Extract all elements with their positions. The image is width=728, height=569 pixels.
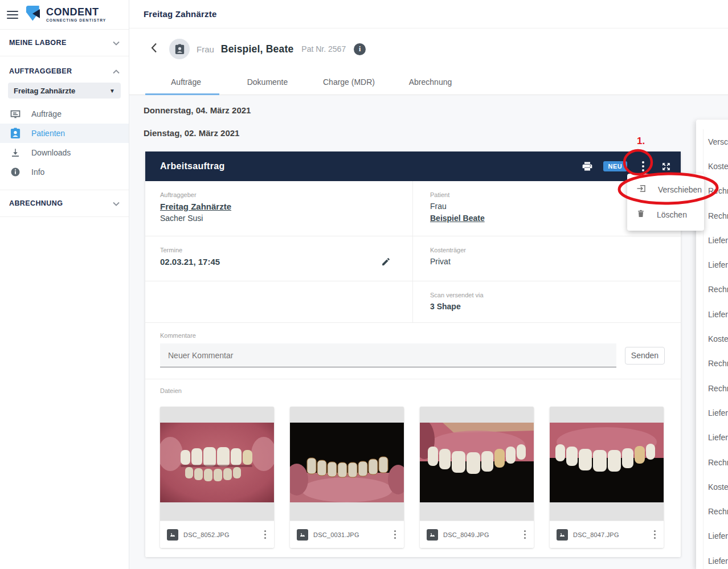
payer-value: Privat: [430, 257, 669, 266]
sidebar-section-auftraggeber[interactable]: AUFTRAGGEBER: [0, 56, 129, 80]
send-button[interactable]: Senden: [625, 347, 665, 365]
file-menu-icon[interactable]: [262, 528, 269, 542]
comments-section: Kommentare Senden: [145, 323, 681, 379]
document-list-item[interactable]: Versch: [704, 129, 728, 154]
document-list-item[interactable]: Liefers: [704, 425, 728, 450]
menu-icon[interactable]: [7, 11, 18, 19]
sidebar-item-label: Aufträge: [31, 109, 62, 118]
fullscreen-icon[interactable]: [659, 159, 673, 173]
patient-header: Frau Beispiel, Beate Pat Nr. 2567 i: [129, 28, 728, 69]
patient-icon: [10, 128, 21, 139]
file-card[interactable]: DSC_8052.JPG: [160, 407, 274, 548]
document-list-item[interactable]: Kosten: [704, 326, 728, 351]
tab-label: Dokumente: [247, 77, 288, 87]
scan-value: 3 Shape: [430, 302, 669, 311]
more-vert-icon[interactable]: [636, 159, 650, 173]
file-footer: DSC_8049.JPG: [420, 521, 534, 548]
sidebar-item-patienten[interactable]: Patienten: [0, 124, 129, 143]
client-cell: Auftraggeber Freitag Zahnärzte Sacher Su…: [145, 181, 412, 236]
edit-icon[interactable]: [381, 257, 391, 269]
comments-label: Kommentare: [160, 332, 665, 339]
file-name: DSC_0031.JPG: [313, 531, 392, 538]
client-practice-link[interactable]: Freitag Zahnärzte: [160, 202, 231, 211]
sidebar: CONDENT CONNECTING DENTISTRY MEINE LABOR…: [0, 0, 129, 569]
empty-cell: [145, 281, 412, 323]
patient-name-link[interactable]: Beispiel Beate: [430, 214, 485, 223]
file-card[interactable]: DSC_8047.JPG: [550, 407, 664, 548]
work-order-title: Arbeitsauftrag: [160, 161, 571, 171]
document-list-item[interactable]: Rechn: [704, 203, 728, 228]
file-menu-icon[interactable]: [652, 528, 659, 542]
menu-item-verschieben[interactable]: Verschieben: [627, 177, 704, 202]
tab-abrechnung[interactable]: Abrechnung: [390, 69, 471, 95]
files-label: Dateien: [160, 387, 665, 394]
document-list-item[interactable]: Rechn: [704, 450, 728, 474]
file-card[interactable]: DSC_8049.JPG: [420, 407, 534, 548]
file-menu-icon[interactable]: [522, 528, 529, 542]
tab-auftraege[interactable]: Aufträge: [145, 69, 227, 95]
scan-cell: Scan versendet via 3 Shape: [412, 281, 681, 323]
payer-cell: Kostenträger Privat: [412, 236, 681, 281]
file-card[interactable]: DSC_0031.JPG: [290, 407, 404, 548]
patient-info-icon[interactable]: i: [354, 43, 366, 55]
menu-item-label: Löschen: [657, 210, 687, 219]
field-label: Scan versendet via: [430, 292, 669, 298]
file-thumbnail: [550, 407, 664, 521]
work-order-card: Arbeitsauftrag NEU Auftraggeber Freitag …: [145, 152, 681, 557]
patient-salutation: Frau: [197, 44, 214, 54]
status-badge: NEU: [603, 161, 627, 171]
sidebar-section-meine-labore[interactable]: MEINE LABORE: [0, 30, 129, 56]
document-list-item[interactable]: Rechn: [704, 499, 728, 523]
sidebar-item-label: Info: [31, 167, 44, 177]
image-file-icon: [167, 529, 178, 541]
printer-icon[interactable]: [580, 159, 594, 173]
sidebar-item-downloads[interactable]: Downloads: [0, 143, 129, 162]
work-order-header: Arbeitsauftrag NEU: [145, 152, 681, 181]
delete-icon: [636, 208, 645, 221]
file-footer: DSC_8047.JPG: [550, 521, 664, 548]
appointment-value: 02.03.21, 17:45: [160, 257, 381, 267]
tab-dokumente[interactable]: Dokumente: [227, 69, 308, 95]
lab-select-value: Freitag Zahnärzte: [14, 87, 75, 95]
file-name: DSC_8049.JPG: [443, 531, 522, 538]
download-icon: [10, 147, 21, 158]
brand-name: CONDENT: [46, 7, 106, 17]
back-icon[interactable]: [151, 43, 163, 56]
avatar-badge-icon: [175, 44, 185, 55]
document-list-item[interactable]: Liefers: [704, 400, 728, 425]
document-list-item[interactable]: Kosten: [704, 154, 728, 178]
brand-tagline: CONNECTING DENTISTRY: [46, 18, 106, 22]
menu-item-loeschen[interactable]: Löschen: [627, 202, 704, 227]
comment-input[interactable]: [160, 343, 616, 367]
image-file-icon: [427, 529, 438, 541]
document-list-item[interactable]: Liefers: [704, 548, 728, 569]
sidebar-item-info[interactable]: Info: [0, 162, 129, 182]
lab-select[interactable]: Freitag Zahnärzte ▼: [8, 83, 121, 99]
sidebar-header: CONDENT CONNECTING DENTISTRY: [0, 0, 129, 30]
main-area: Freitag Zahnärzte Frau Beispiel, Beate P…: [129, 0, 728, 569]
move-icon: [636, 183, 647, 196]
dropdown-caret-icon: ▼: [109, 88, 115, 94]
file-menu-icon[interactable]: [392, 528, 399, 542]
document-list-item[interactable]: Rechn: [704, 277, 728, 302]
sidebar-section-abrechnung[interactable]: ABRECHNUNG: [0, 190, 129, 217]
document-list-item[interactable]: Rechn: [704, 351, 728, 376]
file-footer: DSC_0031.JPG: [290, 521, 404, 548]
chevron-up-icon: [113, 66, 120, 76]
patient-number: Pat Nr. 2567: [301, 44, 346, 54]
chevron-down-icon: [113, 38, 120, 48]
date-group-heading: Donnerstag, 04. März 2021: [144, 105, 728, 115]
app-bar: Freitag Zahnärzte: [129, 0, 728, 28]
document-list-item[interactable]: Rechn: [704, 179, 728, 203]
document-list-item[interactable]: Liefers: [704, 252, 728, 277]
tab-charge-mdr[interactable]: Charge (MDR): [308, 69, 390, 95]
sidebar-item-auftraege[interactable]: Aufträge: [0, 104, 129, 124]
sidebar-item-label: Downloads: [31, 148, 71, 157]
orders-icon: [10, 108, 21, 120]
document-list-item[interactable]: Kosten: [704, 474, 728, 499]
file-name: DSC_8047.JPG: [573, 531, 652, 538]
document-list-item[interactable]: Liefers: [704, 302, 728, 326]
document-list-item[interactable]: Liefers: [704, 524, 728, 548]
document-list-item[interactable]: Rechn: [704, 376, 728, 400]
document-list-item[interactable]: Liefers: [704, 228, 728, 252]
